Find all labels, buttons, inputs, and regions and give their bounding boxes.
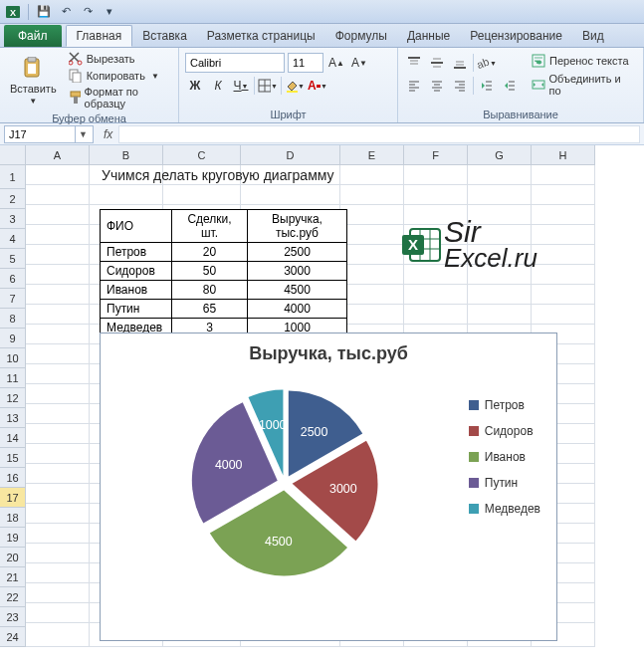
cell-D23[interactable] <box>241 185 340 205</box>
legend-item[interactable]: Иванов <box>469 450 540 464</box>
tab-review[interactable]: Рецензирование <box>460 25 572 47</box>
cell-A10[interactable] <box>26 444 90 464</box>
cut-button[interactable]: Вырезать <box>65 51 172 67</box>
align-right-button[interactable] <box>450 76 470 96</box>
col-header-E[interactable]: E <box>340 145 404 165</box>
font-name-combo[interactable] <box>185 53 285 73</box>
header-name[interactable]: ФИО <box>101 210 172 243</box>
cell-H22[interactable] <box>532 205 595 225</box>
name-box[interactable]: ▼ <box>4 125 94 143</box>
align-bottom-button[interactable] <box>450 53 470 73</box>
header-revenue[interactable]: Выручка, тыс.руб <box>248 210 347 243</box>
font-color-button[interactable]: A▼ <box>308 76 327 96</box>
cell-A18[interactable] <box>26 285 90 305</box>
cell-A1[interactable] <box>26 623 90 647</box>
cell-A14[interactable] <box>26 364 90 384</box>
row-header-10[interactable]: 10 <box>0 348 26 368</box>
fill-color-button[interactable]: ▼ <box>285 76 305 96</box>
orientation-button[interactable]: ab▼ <box>477 53 497 73</box>
row-header-20[interactable]: 20 <box>0 548 26 567</box>
formula-input[interactable] <box>118 125 640 143</box>
cell-A17[interactable] <box>26 305 90 325</box>
sheet-title-cell[interactable]: Учимся делать круговую диаграмму <box>102 167 334 183</box>
table-row[interactable]: Иванов804500 <box>101 281 347 300</box>
row-header-22[interactable]: 22 <box>0 587 26 607</box>
chart-title[interactable]: Выручка, тыс.руб <box>101 333 556 368</box>
name-box-dropdown[interactable]: ▼ <box>75 126 91 142</box>
table-row[interactable]: Сидоров503000 <box>101 262 347 281</box>
align-center-button[interactable] <box>427 76 447 96</box>
borders-button[interactable]: ▼ <box>258 76 278 96</box>
row-header-14[interactable]: 14 <box>0 428 26 448</box>
cell-A3[interactable] <box>26 583 90 603</box>
pie-plot-area[interactable]: 25003000450040001000 <box>180 378 389 587</box>
cell-A13[interactable] <box>26 384 90 404</box>
cell-H19[interactable] <box>532 265 595 285</box>
align-left-button[interactable] <box>404 76 424 96</box>
qat-customize-dropdown[interactable]: ▾ <box>101 3 118 21</box>
font-size-combo[interactable] <box>288 53 323 73</box>
row-header-5[interactable]: 5 <box>0 249 26 269</box>
col-header-B[interactable]: B <box>90 145 163 165</box>
cell-A9[interactable] <box>26 464 90 484</box>
col-header-H[interactable]: H <box>532 145 595 165</box>
cell-H17[interactable] <box>532 305 595 325</box>
data-table[interactable]: ФИО Сделки, шт. Выручка, тыс.руб Петров2… <box>100 209 347 337</box>
italic-button[interactable]: К <box>208 76 228 96</box>
cell-C23[interactable] <box>163 185 241 205</box>
cell-G17[interactable] <box>468 305 532 325</box>
tab-view[interactable]: Вид <box>572 25 614 47</box>
legend-item[interactable]: Петров <box>469 398 540 412</box>
legend-item[interactable]: Сидоров <box>469 424 540 438</box>
cell-H20[interactable] <box>532 245 595 265</box>
undo-button[interactable]: ↶ <box>57 3 75 21</box>
col-header-F[interactable]: F <box>404 145 468 165</box>
header-deals[interactable]: Сделки, шт. <box>172 210 248 243</box>
cell-E21[interactable] <box>340 225 404 245</box>
cell-F24[interactable] <box>404 165 468 185</box>
cell-A20[interactable] <box>26 245 90 265</box>
increase-indent-button[interactable] <box>500 76 520 96</box>
row-header-21[interactable]: 21 <box>0 567 26 587</box>
cell-A15[interactable] <box>26 344 90 364</box>
cell-A24[interactable] <box>26 165 90 185</box>
cell-A2[interactable] <box>26 603 90 623</box>
redo-button[interactable]: ↷ <box>79 3 97 21</box>
cell-B23[interactable] <box>90 185 163 205</box>
row-header-4[interactable]: 4 <box>0 229 26 249</box>
bold-button[interactable]: Ж <box>185 76 205 96</box>
cell-A16[interactable] <box>26 325 90 344</box>
row-header-18[interactable]: 18 <box>0 508 26 528</box>
cell-A4[interactable] <box>26 563 90 583</box>
grow-font-button[interactable]: A▲ <box>326 53 346 73</box>
file-tab[interactable]: Файл <box>4 25 62 47</box>
pie-chart[interactable]: Выручка, тыс.руб 25003000450040001000 Пе… <box>100 333 557 641</box>
cell-A22[interactable] <box>26 205 90 225</box>
row-header-2[interactable]: 2 <box>0 189 26 209</box>
cells-area[interactable]: Учимся делать круговую диаграмму ФИО Сде… <box>26 165 644 666</box>
cell-F18[interactable] <box>404 285 468 305</box>
copy-button[interactable]: Копировать▼ <box>65 68 172 84</box>
cell-E19[interactable] <box>340 265 404 285</box>
column-headers[interactable]: ABCDEFGH <box>26 145 644 165</box>
cell-H21[interactable] <box>532 225 595 245</box>
worksheet-grid[interactable]: ABCDEFGH 1234567891011121314151617181920… <box>0 145 644 666</box>
cell-A8[interactable] <box>26 484 90 504</box>
cell-A12[interactable] <box>26 404 90 424</box>
row-header-7[interactable]: 7 <box>0 289 26 309</box>
tab-formulas[interactable]: Формулы <box>325 25 397 47</box>
col-header-C[interactable]: C <box>163 145 241 165</box>
cell-A6[interactable] <box>26 524 90 544</box>
table-row[interactable]: Путин654000 <box>101 300 347 319</box>
row-header-19[interactable]: 19 <box>0 528 26 548</box>
tab-insert[interactable]: Вставка <box>132 25 197 47</box>
cell-A11[interactable] <box>26 424 90 444</box>
cell-F23[interactable] <box>404 185 468 205</box>
chart-legend[interactable]: ПетровСидоровИвановПутинМедведев <box>469 398 540 516</box>
cell-E17[interactable] <box>340 305 404 325</box>
col-header-G[interactable]: G <box>468 145 532 165</box>
row-header-13[interactable]: 13 <box>0 408 26 428</box>
row-header-9[interactable]: 9 <box>0 329 26 348</box>
cell-E20[interactable] <box>340 245 404 265</box>
row-headers[interactable]: 123456789101112131415161718192021222324 <box>0 165 26 647</box>
